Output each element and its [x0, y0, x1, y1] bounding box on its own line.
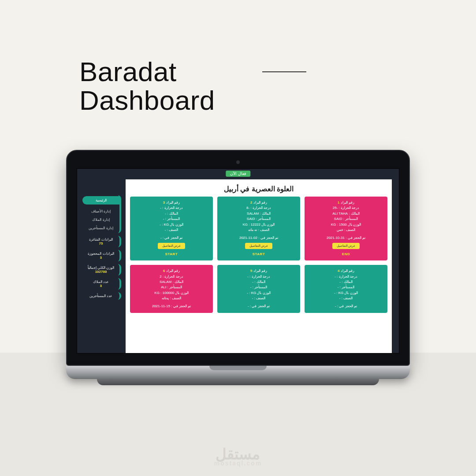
card-number: رقم البراد 5 — [220, 268, 298, 274]
stat-label: عدد الملاك — [82, 280, 119, 284]
main-board: العلوة العصرية في أربيل رقم البراد 1درجة… — [126, 179, 392, 353]
card-type: الصنف : پەتاتە — [133, 296, 210, 301]
sidebar: الرئيسية إدارة الأصناف إدارة الملاك إدار… — [82, 195, 121, 300]
card-booked: تم الحجز في : - — [220, 304, 298, 309]
card-booked: تم الحجز في : - — [133, 235, 210, 241]
sidebar-item-home[interactable]: الرئيسية — [82, 196, 119, 205]
cards-grid: رقم البراد 1درجة الحرارة : -25المالك : A… — [130, 197, 387, 313]
card-owner: المالك : - — [220, 279, 298, 285]
watermark-lat: mostaql.com — [214, 461, 262, 466]
card-tenant: المستأجر : - — [307, 285, 385, 290]
details-button[interactable]: عرض التفاصيل — [245, 243, 273, 249]
watermark: مستقل mostaql.com — [214, 447, 262, 466]
trackpad-notch — [209, 366, 267, 370]
card-weight: الوزن بال KG : - — [307, 290, 385, 296]
card-owner: المالك : SALAM — [133, 279, 210, 285]
card-owner: المالك : - — [307, 279, 385, 285]
card-weight: الوزن بال KG : 12222 — [220, 222, 298, 227]
card-temp: درجة الحرارة : - — [220, 274, 298, 279]
sidebar-nav-rail: الرئيسية إدارة الأصناف إدارة الملاك إدار… — [82, 195, 121, 233]
sidebar-item-owners[interactable]: إدارة الملاك — [82, 216, 119, 224]
card-type: الصنف : - — [307, 296, 385, 301]
card-action[interactable]: START — [220, 252, 298, 257]
card-action[interactable]: END — [307, 252, 385, 257]
card-booked: تم الحجز في : 15-11-2021 — [133, 304, 210, 309]
stat-value: 75 — [82, 242, 119, 245]
sidebar-item-tenants[interactable]: إدارة المستأجرين — [82, 224, 119, 232]
laptop-base — [66, 366, 410, 379]
board-title: العلوة العصرية في أربيل — [130, 185, 387, 193]
stat-weight: الوزن الكلي إجمالياً 102700 — [82, 264, 121, 275]
card-weight: الوزن بال KG : - — [133, 222, 210, 227]
fridge-card: رقم البراد 1درجة الحرارة : -25المالك : A… — [305, 197, 387, 260]
sidebar-item-types[interactable]: إدارة الأصناف — [82, 207, 119, 216]
card-tenant: المستأجر : ALI — [133, 285, 210, 290]
stat-label: عدد المستأجرين — [82, 294, 119, 298]
card-tenant: المستأجر : - — [220, 285, 298, 290]
card-temp: درجة الحرارة : - — [133, 205, 210, 211]
card-number: رقم البراد 1 — [307, 200, 385, 205]
fridge-card: رقم البراد 2درجة الحرارة : -8المالك : SA… — [217, 197, 300, 260]
card-action[interactable]: START — [133, 252, 210, 257]
card-weight: الوزن بال KG : 1500 — [307, 222, 385, 227]
fridge-card: رقم البراد 6درجة الحرارة : 2المالك : SAL… — [130, 265, 213, 313]
stat-label: البرادات المحجوزة — [82, 252, 119, 256]
laptop-bezel: فعال الآن الرئيسية إدارة الأصناف إدارة ا… — [66, 150, 410, 366]
card-booked: تم الحجز في : 31-10-2021 — [307, 235, 385, 241]
stat-vacant: البرادات الشاغرة 75 — [82, 236, 121, 247]
details-button[interactable]: عرض التفاصيل — [158, 243, 186, 249]
card-booked: تم الحجز في : - — [307, 304, 385, 309]
details-button[interactable]: عرض التفاصيل — [332, 243, 360, 249]
card-weight: الوزن بال KG : 100000 — [133, 290, 210, 296]
title-line1: Baradat — [79, 56, 177, 87]
card-number: رقم البراد 2 — [220, 200, 298, 205]
card-temp: درجة الحرارة : -8 — [220, 205, 298, 211]
status-badge: فعال الآن — [226, 171, 250, 177]
stat-value: 3 — [82, 256, 119, 260]
laptop-mock: فعال الآن الرئيسية إدارة الأصناف إدارة ا… — [66, 150, 410, 385]
stat-label: الوزن الكلي إجمالياً — [82, 266, 119, 270]
card-owner: المالك : - — [133, 211, 210, 216]
fridge-card: رقم البراد 3درجة الحرارة : -المالك : -ال… — [130, 197, 213, 260]
stat-value: 3 — [82, 284, 119, 288]
card-tenant: المستأجر : SAID — [220, 216, 298, 222]
camera-icon — [236, 160, 240, 164]
title-line2: Dashboard — [79, 85, 215, 115]
screen: فعال الآن الرئيسية إدارة الأصناف إدارة ا… — [77, 168, 399, 353]
card-booked: تم الحجز في : 02-11-2021 — [220, 235, 298, 241]
card-type: الصنف : - — [133, 227, 210, 233]
card-number: رقم البراد 3 — [133, 200, 210, 205]
stat-booked: البرادات المحجوزة 3 — [82, 250, 121, 261]
laptop-foot — [97, 379, 379, 385]
page-title: Baradat Dashboard — [79, 57, 215, 115]
stat-label: البرادات الشاغرة — [82, 238, 119, 242]
card-type: الصنف : - — [220, 296, 298, 301]
card-type: الصنف : خس — [307, 227, 385, 233]
fridge-card: رقم البراد 5درجة الحرارة : -المالك : -ال… — [217, 265, 300, 313]
title-rule — [262, 71, 306, 72]
stat-owners: عدد الملاك 3 — [82, 278, 121, 290]
fridge-card: رقم البراد 4درجة الحرارة : -المالك : -ال… — [305, 265, 387, 313]
card-temp: درجة الحرارة : 2 — [133, 274, 210, 279]
card-tenant: المستأجر : SAID — [307, 216, 385, 222]
card-tenant: المستأجر : - — [133, 216, 210, 222]
card-owner: المالك : ALI TAHA — [307, 211, 385, 216]
card-temp: درجة الحرارة : - — [307, 274, 385, 279]
card-number: رقم البراد 4 — [307, 268, 385, 274]
card-owner: المالك : SALAM — [220, 211, 298, 216]
card-number: رقم البراد 6 — [133, 268, 210, 274]
card-type: الصنف : ته ماته — [220, 227, 298, 233]
stat-tenants: عدد المستأجرين — [82, 292, 121, 300]
card-temp: درجة الحرارة : -25 — [307, 205, 385, 211]
card-weight: الوزن بال KG : - — [220, 290, 298, 296]
stat-value: 102700 — [82, 270, 119, 274]
